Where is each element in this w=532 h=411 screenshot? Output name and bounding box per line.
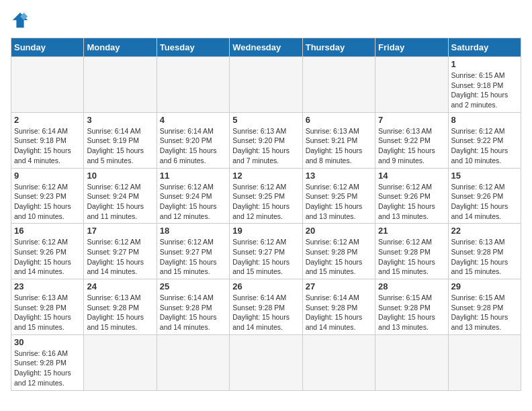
calendar-cell	[84, 334, 157, 390]
day-info: Sunrise: 6:15 AM Sunset: 9:28 PM Dayligh…	[451, 293, 518, 332]
day-header-sunday: Sunday	[11, 38, 84, 57]
calendar-cell: 2Sunrise: 6:14 AM Sunset: 9:18 PM Daylig…	[11, 112, 84, 168]
day-number: 16	[14, 226, 81, 236]
calendar-cell: 12Sunrise: 6:12 AM Sunset: 9:25 PM Dayli…	[230, 168, 302, 224]
calendar-cell: 9Sunrise: 6:12 AM Sunset: 9:23 PM Daylig…	[11, 168, 84, 224]
day-number: 27	[306, 281, 372, 291]
calendar-cell: 26Sunrise: 6:14 AM Sunset: 9:28 PM Dayli…	[230, 279, 302, 335]
day-number: 5	[232, 115, 299, 125]
day-header-saturday: Saturday	[448, 38, 521, 57]
day-info: Sunrise: 6:12 AM Sunset: 9:26 PM Dayligh…	[14, 237, 81, 277]
day-info: Sunrise: 6:12 AM Sunset: 9:24 PM Dayligh…	[160, 182, 226, 222]
day-number: 25	[160, 281, 226, 291]
days-header-row: SundayMondayTuesdayWednesdayThursdayFrid…	[11, 38, 521, 57]
day-number: 22	[451, 226, 518, 236]
calendar-cell: 29Sunrise: 6:15 AM Sunset: 9:28 PM Dayli…	[448, 279, 521, 335]
day-info: Sunrise: 6:12 AM Sunset: 9:27 PM Dayligh…	[87, 237, 153, 277]
day-info: Sunrise: 6:14 AM Sunset: 9:18 PM Dayligh…	[14, 126, 81, 166]
day-header-wednesday: Wednesday	[230, 38, 302, 57]
calendar-cell: 28Sunrise: 6:15 AM Sunset: 9:28 PM Dayli…	[375, 279, 448, 335]
day-info: Sunrise: 6:13 AM Sunset: 9:28 PM Dayligh…	[451, 237, 518, 277]
calendar-cell	[84, 57, 157, 113]
day-number: 2	[14, 115, 81, 125]
day-number: 30	[14, 337, 81, 347]
day-number: 21	[378, 226, 445, 236]
calendar-cell	[230, 57, 302, 113]
day-info: Sunrise: 6:12 AM Sunset: 9:25 PM Dayligh…	[306, 182, 372, 222]
calendar-cell: 20Sunrise: 6:12 AM Sunset: 9:28 PM Dayli…	[302, 224, 375, 279]
calendar-cell: 16Sunrise: 6:12 AM Sunset: 9:26 PM Dayli…	[11, 224, 84, 279]
day-info: Sunrise: 6:12 AM Sunset: 9:28 PM Dayligh…	[378, 237, 445, 277]
day-header-monday: Monday	[84, 38, 157, 57]
day-number: 15	[451, 171, 518, 181]
calendar-cell: 13Sunrise: 6:12 AM Sunset: 9:25 PM Dayli…	[302, 168, 375, 224]
day-info: Sunrise: 6:12 AM Sunset: 9:23 PM Dayligh…	[14, 182, 81, 222]
day-info: Sunrise: 6:15 AM Sunset: 9:28 PM Dayligh…	[378, 293, 445, 332]
day-info: Sunrise: 6:12 AM Sunset: 9:27 PM Dayligh…	[232, 237, 299, 277]
day-info: Sunrise: 6:14 AM Sunset: 9:28 PM Dayligh…	[306, 293, 372, 332]
calendar-cell: 10Sunrise: 6:12 AM Sunset: 9:24 PM Dayli…	[84, 168, 157, 224]
calendar-cell: 25Sunrise: 6:14 AM Sunset: 9:28 PM Dayli…	[157, 279, 229, 335]
day-header-friday: Friday	[375, 38, 448, 57]
day-info: Sunrise: 6:13 AM Sunset: 9:21 PM Dayligh…	[306, 126, 372, 166]
header	[11, 11, 521, 30]
day-number: 3	[87, 115, 153, 125]
calendar-cell: 8Sunrise: 6:12 AM Sunset: 9:22 PM Daylig…	[448, 112, 521, 168]
calendar-cell: 18Sunrise: 6:12 AM Sunset: 9:27 PM Dayli…	[157, 224, 229, 279]
calendar-cell: 19Sunrise: 6:12 AM Sunset: 9:27 PM Dayli…	[230, 224, 302, 279]
calendar-cell: 24Sunrise: 6:13 AM Sunset: 9:28 PM Dayli…	[84, 279, 157, 335]
day-number: 24	[87, 281, 153, 291]
calendar-cell	[157, 334, 229, 390]
day-info: Sunrise: 6:14 AM Sunset: 9:28 PM Dayligh…	[232, 293, 299, 332]
day-number: 9	[14, 171, 81, 181]
day-info: Sunrise: 6:12 AM Sunset: 9:24 PM Dayligh…	[87, 182, 153, 222]
day-info: Sunrise: 6:14 AM Sunset: 9:19 PM Dayligh…	[87, 126, 153, 166]
day-number: 4	[160, 115, 226, 125]
day-number: 26	[232, 281, 299, 291]
calendar-cell: 3Sunrise: 6:14 AM Sunset: 9:19 PM Daylig…	[84, 112, 157, 168]
calendar-cell: 5Sunrise: 6:13 AM Sunset: 9:20 PM Daylig…	[230, 112, 302, 168]
calendar-cell: 22Sunrise: 6:13 AM Sunset: 9:28 PM Dayli…	[448, 224, 521, 279]
calendar-cell: 30Sunrise: 6:16 AM Sunset: 9:28 PM Dayli…	[11, 334, 84, 390]
calendar-cell	[375, 57, 448, 113]
calendar-cell	[302, 57, 375, 113]
day-number: 23	[14, 281, 81, 291]
day-info: Sunrise: 6:13 AM Sunset: 9:28 PM Dayligh…	[87, 293, 153, 332]
calendar-cell: 11Sunrise: 6:12 AM Sunset: 9:24 PM Dayli…	[157, 168, 229, 224]
day-info: Sunrise: 6:12 AM Sunset: 9:27 PM Dayligh…	[160, 237, 226, 277]
calendar-cell: 6Sunrise: 6:13 AM Sunset: 9:21 PM Daylig…	[302, 112, 375, 168]
week-row-5: 30Sunrise: 6:16 AM Sunset: 9:28 PM Dayli…	[11, 334, 521, 390]
day-number: 29	[451, 281, 518, 291]
day-number: 12	[232, 171, 299, 181]
day-number: 7	[378, 115, 445, 125]
calendar-cell	[375, 334, 448, 390]
week-row-2: 9Sunrise: 6:12 AM Sunset: 9:23 PM Daylig…	[11, 168, 521, 224]
day-info: Sunrise: 6:15 AM Sunset: 9:18 PM Dayligh…	[451, 71, 518, 110]
day-header-thursday: Thursday	[302, 38, 375, 57]
day-info: Sunrise: 6:13 AM Sunset: 9:22 PM Dayligh…	[378, 126, 445, 166]
calendar-cell	[157, 57, 229, 113]
week-row-4: 23Sunrise: 6:13 AM Sunset: 9:28 PM Dayli…	[11, 279, 521, 335]
calendar-cell: 14Sunrise: 6:12 AM Sunset: 9:26 PM Dayli…	[375, 168, 448, 224]
calendar-cell	[448, 334, 521, 390]
calendar-cell: 4Sunrise: 6:14 AM Sunset: 9:20 PM Daylig…	[157, 112, 229, 168]
day-info: Sunrise: 6:16 AM Sunset: 9:28 PM Dayligh…	[14, 349, 81, 388]
calendar-cell: 21Sunrise: 6:12 AM Sunset: 9:28 PM Dayli…	[375, 224, 448, 279]
day-info: Sunrise: 6:14 AM Sunset: 9:28 PM Dayligh…	[160, 293, 226, 332]
calendar-cell: 15Sunrise: 6:12 AM Sunset: 9:26 PM Dayli…	[448, 168, 521, 224]
day-info: Sunrise: 6:12 AM Sunset: 9:28 PM Dayligh…	[306, 237, 372, 277]
day-number: 18	[160, 226, 226, 236]
day-info: Sunrise: 6:12 AM Sunset: 9:22 PM Dayligh…	[451, 126, 518, 166]
day-info: Sunrise: 6:12 AM Sunset: 9:25 PM Dayligh…	[232, 182, 299, 222]
day-number: 8	[451, 115, 518, 125]
day-info: Sunrise: 6:13 AM Sunset: 9:28 PM Dayligh…	[14, 293, 81, 332]
logo	[11, 11, 32, 30]
day-number: 20	[306, 226, 372, 236]
day-info: Sunrise: 6:12 AM Sunset: 9:26 PM Dayligh…	[451, 182, 518, 222]
logo-icon	[11, 11, 30, 30]
day-number: 13	[306, 171, 372, 181]
calendar-cell: 23Sunrise: 6:13 AM Sunset: 9:28 PM Dayli…	[11, 279, 84, 335]
day-number: 28	[378, 281, 445, 291]
calendar-cell	[230, 334, 302, 390]
week-row-0: 1Sunrise: 6:15 AM Sunset: 9:18 PM Daylig…	[11, 57, 521, 113]
